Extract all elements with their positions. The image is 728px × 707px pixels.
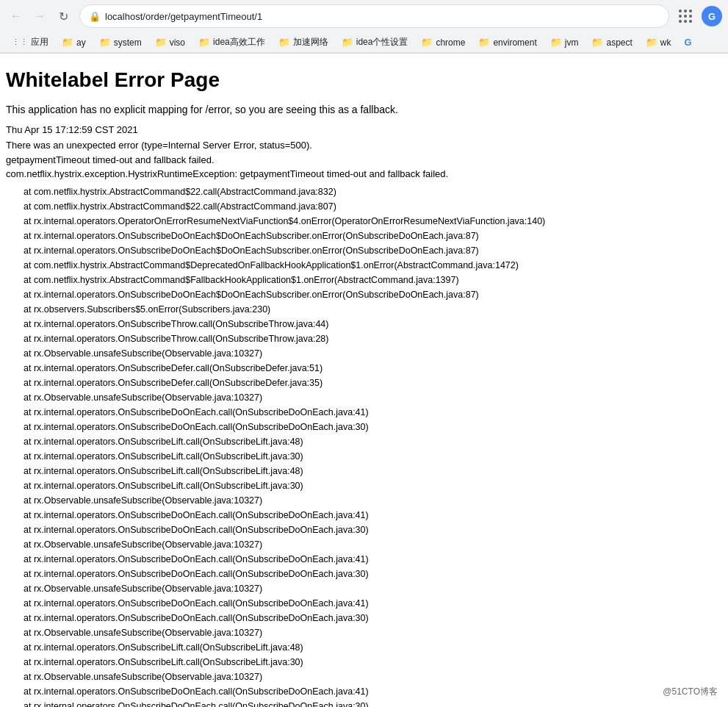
bookmark-idea-work-label: idea高效工作 [213, 36, 265, 49]
stack-trace-line: at rx.internal.operators.OnSubscribeThro… [6, 331, 722, 346]
nav-buttons: ← → ↻ [6, 6, 73, 26]
folder-icon: 📁 [155, 37, 167, 48]
bookmark-speedup[interactable]: 📁 加速网络 [273, 34, 334, 51]
error-details: There was an unexpected error (type=Inte… [6, 138, 722, 182]
stack-trace-line: at rx.internal.operators.OnSubscribeLift… [6, 464, 722, 478]
stack-trace-line: at rx.internal.operators.OnSubscribeDoOn… [6, 684, 722, 699]
bookmark-idea-work[interactable]: 📁 idea高效工作 [192, 34, 271, 51]
folder-icon: 📁 [591, 37, 603, 48]
browser-toolbar: ← → ↻ 🔒 localhost/order/getpaymentTimeou… [0, 0, 728, 32]
bookmark-chrome[interactable]: 📁 chrome [415, 35, 471, 50]
bookmark-idea-settings-label: idea个性设置 [356, 36, 408, 49]
bookmark-chrome-label: chrome [436, 37, 465, 48]
back-button[interactable]: ← [6, 6, 26, 26]
bookmark-wk-label: wk [660, 37, 671, 48]
folder-icon: 📁 [198, 37, 210, 48]
bookmark-viso[interactable]: 📁 viso [149, 35, 191, 50]
stack-trace-line: at rx.Observable.unsafeSubscribe(Observa… [6, 581, 722, 596]
stack-trace-line: at rx.internal.operators.OnSubscribeLift… [6, 655, 722, 670]
error-description: This application has no explicit mapping… [6, 104, 722, 115]
stack-trace-line: at rx.internal.operators.OnSubscribeDoOn… [6, 243, 722, 258]
stack-trace-line: at rx.Observable.unsafeSubscribe(Observa… [6, 390, 722, 405]
stack-trace-line: at rx.internal.operators.OnSubscribeLift… [6, 640, 722, 655]
bookmark-apps-label: 应用 [31, 36, 48, 49]
google-icon: G [685, 37, 692, 48]
apps-grid-icon [679, 10, 692, 23]
exception-line: com.netflix.hystrix.exception.HystrixRun… [6, 167, 722, 182]
bookmark-system-label: system [114, 37, 142, 48]
stack-trace-line: at rx.internal.operators.OnSubscribeDoOn… [6, 420, 722, 434]
bookmark-viso-label: viso [170, 37, 185, 48]
stack-trace-line: at rx.internal.operators.OnSubscribeDoOn… [6, 567, 722, 581]
folder-icon: 📁 [421, 37, 433, 48]
bookmark-system[interactable]: 📁 system [93, 35, 148, 50]
stack-trace-line: at rx.observers.Subscribers$5.onError(Su… [6, 302, 722, 317]
watermark: @51CTO博客 [660, 684, 721, 700]
forward-button[interactable]: → [29, 6, 50, 26]
apps-button[interactable] [675, 6, 696, 26]
error-timestamp: Thu Apr 15 17:12:59 CST 2021 [6, 124, 722, 135]
stack-trace-line: at rx.internal.operators.OperatorOnError… [6, 214, 722, 229]
bookmark-google[interactable]: G [679, 35, 698, 50]
stack-trace-line: at rx.internal.operators.OnSubscribeDoOn… [6, 699, 722, 708]
stack-trace: at com.netflix.hystrix.AbstractCommand$2… [6, 184, 722, 708]
page-content: Whitelabel Error Page This application h… [0, 54, 728, 707]
error-summary: There was an unexpected error (type=Inte… [6, 138, 722, 153]
stack-trace-line: at com.netflix.hystrix.AbstractCommand$2… [6, 184, 722, 199]
stack-trace-line: at rx.internal.operators.OnSubscribeDoOn… [6, 552, 722, 567]
stack-trace-line: at com.netflix.hystrix.AbstractCommand$D… [6, 258, 722, 273]
error-message: getpaymentTimeout timed-out and fallback… [6, 153, 722, 168]
stack-trace-line: at rx.internal.operators.OnSubscribeDoOn… [6, 508, 722, 523]
bookmarks-bar: ⋮⋮ 应用 📁 ay 📁 system 📁 viso 📁 idea高效工作 📁 … [0, 32, 728, 53]
stack-trace-line: at rx.internal.operators.OnSubscribeLift… [6, 434, 722, 449]
stack-trace-line: at rx.internal.operators.OnSubscribeLift… [6, 449, 722, 464]
bookmark-jvm-label: jvm [565, 37, 579, 48]
bookmark-enviroment[interactable]: 📁 enviroment [472, 35, 542, 50]
bookmark-apps[interactable]: ⋮⋮ 应用 [6, 34, 54, 51]
page-title: Whitelabel Error Page [6, 68, 722, 92]
folder-icon: 📁 [99, 37, 111, 48]
stack-trace-line: at rx.internal.operators.OnSubscribeDoOn… [6, 611, 722, 625]
stack-trace-line: at com.netflix.hystrix.AbstractCommand$F… [6, 273, 722, 287]
stack-trace-line: at rx.internal.operators.OnSubscribeDoOn… [6, 523, 722, 537]
folder-icon: 📁 [62, 37, 73, 48]
bookmark-ay[interactable]: 📁 ay [56, 35, 92, 50]
bookmark-aspect[interactable]: 📁 aspect [585, 35, 638, 50]
google-account-icon[interactable]: G [702, 6, 722, 26]
folder-icon: 📁 [550, 37, 562, 48]
address-bar[interactable]: 🔒 localhost/order/getpaymentTimeout/1 [79, 4, 669, 28]
bookmark-jvm[interactable]: 📁 jvm [544, 35, 585, 50]
stack-trace-line: at rx.internal.operators.OnSubscribeDoOn… [6, 287, 722, 302]
stack-trace-line: at rx.internal.operators.OnSubscribeDefe… [6, 376, 722, 390]
bookmark-enviroment-label: enviroment [493, 37, 536, 48]
stack-trace-line: at rx.Observable.unsafeSubscribe(Observa… [6, 625, 722, 640]
stack-trace-line: at rx.internal.operators.OnSubscribeDoOn… [6, 229, 722, 243]
bookmark-aspect-label: aspect [606, 37, 632, 48]
bookmark-ay-label: ay [76, 37, 86, 48]
stack-trace-line: at rx.Observable.unsafeSubscribe(Observa… [6, 537, 722, 552]
stack-trace-line: at rx.internal.operators.OnSubscribeDoOn… [6, 405, 722, 420]
bookmark-idea-settings[interactable]: 📁 idea个性设置 [336, 34, 414, 51]
apps-dots-icon: ⋮⋮ [12, 37, 28, 47]
folder-icon: 📁 [342, 37, 353, 48]
folder-icon: 📁 [278, 37, 290, 48]
lock-icon: 🔒 [89, 11, 101, 22]
stack-trace-line: at rx.internal.operators.OnSubscribeDefe… [6, 361, 722, 376]
stack-trace-line: at rx.Observable.unsafeSubscribe(Observa… [6, 346, 722, 361]
stack-trace-line: at rx.internal.operators.OnSubscribeThro… [6, 317, 722, 331]
stack-trace-line: at rx.Observable.unsafeSubscribe(Observa… [6, 670, 722, 684]
stack-trace-line: at com.netflix.hystrix.AbstractCommand$2… [6, 199, 722, 214]
bookmark-speedup-label: 加速网络 [293, 36, 328, 49]
browser-chrome: ← → ↻ 🔒 localhost/order/getpaymentTimeou… [0, 0, 728, 54]
reload-button[interactable]: ↻ [53, 6, 73, 26]
url-text: localhost/order/getpaymentTimeout/1 [105, 11, 660, 22]
stack-trace-line: at rx.Observable.unsafeSubscribe(Observa… [6, 493, 722, 508]
stack-trace-line: at rx.internal.operators.OnSubscribeLift… [6, 478, 722, 493]
bookmark-wk[interactable]: 📁 wk [640, 35, 677, 50]
stack-trace-line: at rx.internal.operators.OnSubscribeDoOn… [6, 596, 722, 611]
folder-icon: 📁 [478, 37, 490, 48]
folder-icon: 📁 [646, 37, 657, 48]
